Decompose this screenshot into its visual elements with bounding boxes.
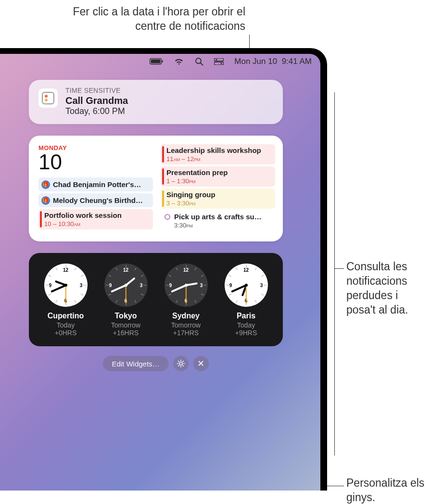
reminders-icon	[38, 88, 58, 108]
calendar-event-title: Melody Cheung's Birthd…	[53, 196, 149, 204]
screen: Mon Jun 10 9:41 AM time sensitive Call G…	[0, 54, 320, 491]
clock-face: 12369	[225, 264, 268, 307]
svg-line-16	[182, 361, 183, 362]
clock-item: 12369 Paris Today +9HRS	[216, 264, 276, 337]
svg-rect-7	[214, 62, 224, 65]
calendar-event[interactable]: Pick up arts & crafts su…3:30pm	[161, 211, 275, 231]
svg-line-14	[178, 361, 178, 362]
calendar-event-birthday[interactable]: 🎁Melody Cheung's Birthd…	[38, 193, 153, 207]
leader-line	[334, 92, 335, 455]
clock-offset: +17HRS	[156, 329, 216, 337]
clock-second-hand	[126, 285, 127, 303]
clock-numeral: 3	[80, 283, 83, 288]
svg-rect-2	[162, 60, 163, 63]
event-color-bar	[40, 211, 42, 227]
menubar-time: 9:41 AM	[282, 57, 312, 66]
calendar-event[interactable]: Singing group3 – 3:30pm	[161, 189, 275, 209]
calendar-widget[interactable]: monday 10 🎁Chad Benjamin Potter's…🎁Melod…	[29, 136, 283, 241]
clock-numeral: 3	[200, 283, 203, 288]
clock-numeral: 12	[183, 267, 189, 273]
svg-rect-5	[214, 58, 224, 61]
svg-point-3	[196, 58, 201, 63]
gift-icon: 🎁	[41, 180, 50, 189]
callout-notifications: Consulta les notificacions perdudes i po…	[346, 260, 428, 317]
clock-relative-day: Tomorrow	[156, 321, 216, 329]
clock-numeral: 12	[123, 267, 128, 273]
calendar-event[interactable]: Presentation prep1 – 1:30pm	[161, 166, 275, 187]
clock-numeral: 12	[243, 267, 249, 273]
clock-city: Cupertino	[36, 312, 96, 320]
notification-title: Call Grandma	[65, 95, 128, 106]
notification-time: Today, 6:00 PM	[65, 106, 128, 116]
clock-face: 12369	[44, 264, 88, 307]
calendar-day-number: 10	[38, 151, 153, 173]
calendar-event-title: Singing group	[166, 190, 271, 199]
calendar-event[interactable]: Portfolio work session10 – 10:30am	[38, 209, 153, 229]
calendar-event-title: Leadership skills workshop	[166, 146, 271, 154]
widget-settings-button[interactable]	[173, 356, 189, 371]
calendar-event[interactable]: Leadership skills workshop11am – 12pm	[161, 144, 275, 164]
clock-relative-day: Tomorrow	[96, 321, 156, 329]
calendar-event-time: 3 – 3:30pm	[166, 200, 196, 207]
search-icon[interactable]	[195, 57, 203, 66]
svg-point-9	[179, 362, 182, 365]
calendar-event-title: Chad Benjamin Potter's…	[53, 180, 149, 189]
svg-rect-1	[151, 60, 161, 63]
calendar-event-time: 10 – 10:30am	[44, 220, 80, 227]
menubar-date: Mon Jun 10	[234, 57, 277, 66]
calendar-event-time: 11am – 12pm	[166, 155, 200, 163]
notification[interactable]: time sensitive Call Grandma Today, 6:00 …	[29, 80, 283, 124]
menubar-datetime[interactable]: Mon Jun 10 9:41 AM	[234, 57, 312, 66]
close-button[interactable]: ✕	[193, 356, 209, 371]
calendar-event-title: Presentation prep	[166, 168, 271, 176]
clock-numeral: 3	[260, 283, 263, 288]
world-clock-widget[interactable]: 12369 Cupertino Today +0HRS 12369 Tokyo …	[29, 253, 283, 346]
clock-offset: +0HRS	[36, 329, 96, 337]
clock-minute-hand	[111, 284, 127, 292]
svg-line-17	[178, 365, 178, 366]
calendar-event-title: Pick up arts & crafts su…	[174, 213, 271, 221]
clock-item: 12369 Sydney Tomorrow +17HRS	[156, 264, 216, 337]
leader-line	[334, 268, 344, 269]
menubar: Mon Jun 10 9:41 AM	[0, 54, 320, 69]
battery-icon[interactable]	[150, 58, 163, 65]
calendar-event-time: 1 – 1:30pm	[166, 177, 196, 185]
calendar-event-time: 3:30pm	[174, 222, 193, 229]
clock-numeral: 3	[140, 283, 143, 288]
clock-face: 12369	[104, 264, 148, 307]
calendar-event-birthday[interactable]: 🎁Chad Benjamin Potter's…	[38, 177, 153, 191]
gift-icon: 🎁	[41, 196, 50, 205]
device-frame: Mon Jun 10 9:41 AM time sensitive Call G…	[0, 48, 327, 491]
wifi-icon[interactable]	[174, 58, 184, 65]
control-center-icon[interactable]	[214, 58, 224, 65]
clock-numeral: 9	[169, 283, 172, 288]
clock-second-hand	[186, 285, 187, 303]
notification-center: time sensitive Call Grandma Today, 6:00 …	[29, 80, 283, 371]
clock-offset: +9HRS	[216, 329, 276, 337]
clock-minute-hand	[51, 284, 66, 292]
clock-offset: +16HRS	[96, 329, 156, 337]
clock-city: Sydney	[156, 312, 216, 320]
event-color-bar	[162, 146, 164, 163]
svg-point-6	[216, 59, 217, 60]
svg-line-15	[182, 365, 183, 366]
callout-top: Fer clic a la data i l'hora per obrir el…	[43, 5, 245, 34]
clock-numeral: 9	[49, 283, 52, 288]
clock-second-hand	[246, 285, 247, 303]
edit-widgets-button[interactable]: Edit Widgets…	[103, 356, 168, 371]
svg-line-4	[201, 63, 203, 65]
clock-numeral: 9	[229, 283, 232, 288]
clock-face: 12369	[165, 264, 208, 307]
event-color-bar	[162, 190, 164, 207]
clock-city: Paris	[216, 312, 276, 320]
event-color-circle	[165, 214, 170, 220]
clock-minute-hand	[171, 284, 187, 292]
clock-relative-day: Today	[36, 321, 96, 329]
clock-relative-day: Today	[216, 321, 276, 329]
callout-customize: Personalitza els ginys.	[346, 476, 428, 504]
clock-numeral: 9	[109, 283, 112, 288]
close-icon: ✕	[197, 359, 204, 368]
clock-second-hand	[65, 285, 66, 303]
event-color-bar	[162, 168, 164, 185]
svg-point-8	[221, 63, 222, 64]
